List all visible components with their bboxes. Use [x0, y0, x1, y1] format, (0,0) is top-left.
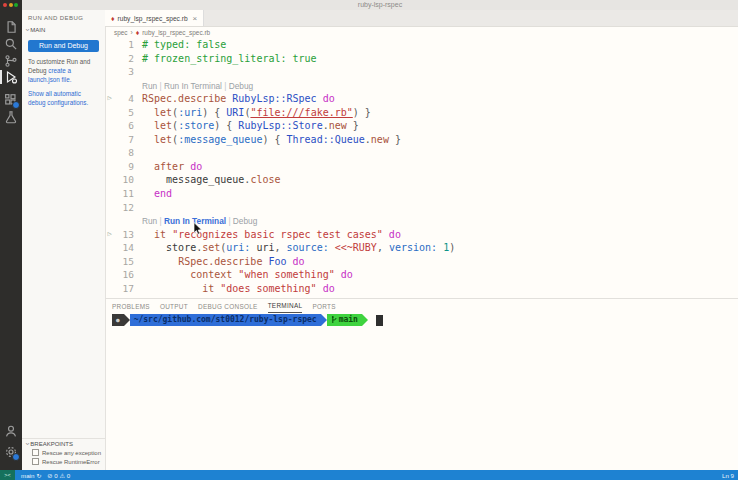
status-cursor-position[interactable]: Ln 9 [722, 472, 734, 479]
token: :store [178, 120, 214, 131]
sidebar-section-label: MAIN [30, 27, 45, 33]
code-line: 9 after do [105, 160, 738, 174]
source-control-icon[interactable] [4, 54, 18, 68]
token: RubyLsp::Store [238, 120, 322, 131]
token: ) } [353, 107, 371, 118]
code-text: it "does something" do [142, 282, 335, 296]
search-icon[interactable] [4, 37, 18, 51]
settings-icon[interactable] [4, 445, 18, 459]
breadcrumb-folder[interactable]: spec [114, 29, 128, 36]
breakpoint-item[interactable]: Rescue any exception [22, 447, 105, 456]
token [142, 161, 154, 172]
terminal-cursor[interactable] [376, 315, 383, 326]
status-problems[interactable]: ⊘ 0 ⚠ 0 [47, 472, 70, 479]
code-line: 1# typed: false [105, 38, 738, 52]
code-text: RSpec.describe RubyLsp::RSpec do [142, 92, 335, 106]
panel-tab-ports[interactable]: PORTS [312, 300, 335, 313]
gutter [105, 201, 114, 215]
run-and-debug-button[interactable]: Run and Debug [28, 40, 99, 52]
token: context [190, 269, 232, 280]
close-tab-icon[interactable]: × [193, 14, 198, 23]
run-test-gutter-icon[interactable]: ▷ [105, 228, 114, 242]
gutter [105, 160, 114, 174]
panel-tab-debug-console[interactable]: DEBUG CONSOLE [198, 300, 258, 313]
token: message_queue [142, 174, 244, 185]
code-text: RSpec.describe Foo do [142, 255, 305, 269]
powerline-arrow-icon [362, 314, 368, 326]
panel-tab-problems[interactable]: PROBLEMS [112, 300, 150, 313]
token: it [202, 283, 214, 294]
token: "recognizes basic rspec test cases" [172, 229, 383, 240]
close-window-button[interactable] [3, 3, 7, 7]
run-and-debug-icon[interactable] [4, 70, 18, 84]
sidebar-section-main[interactable]: › MAIN [22, 21, 105, 33]
codelens-debug-link[interactable]: Debug [229, 81, 253, 91]
code-editor[interactable]: 1# typed: false2# frozen_string_literal:… [105, 38, 738, 298]
token: uri: [226, 242, 250, 253]
checkbox-icon[interactable] [32, 458, 39, 465]
code-line: 2# frozen_string_literal: true [105, 52, 738, 66]
show-debug-configurations-link[interactable]: Show all automatic debug configurations. [28, 90, 88, 106]
run-test-gutter-icon[interactable]: ▷ [105, 92, 114, 106]
line-number: 8 [114, 146, 142, 160]
token: after [154, 161, 184, 172]
code-text: message_queue.close [142, 173, 281, 187]
code-line: 3 [105, 65, 738, 79]
sidebar-title: RUN AND DEBUG [22, 10, 105, 21]
gutter [105, 241, 114, 255]
token [142, 283, 202, 294]
gutter [105, 52, 114, 66]
code-line: 14 store.set(uri: uri, source: <<~RUBY, … [105, 241, 738, 255]
ruby-icon: ♦ [111, 15, 115, 22]
token: uri [250, 242, 274, 253]
badge [12, 453, 20, 461]
breakpoint-label: Rescue RuntimeError [42, 459, 100, 465]
code-line: 7 let(:message_queue) { Thread::Queue.ne… [105, 133, 738, 147]
gutter [105, 38, 114, 52]
codelens-run-in-terminal-link[interactable]: Run In Terminal [164, 81, 222, 91]
codelens-run-in-terminal-link[interactable]: Run In Terminal [164, 216, 226, 226]
tab-label: ruby_lsp_rspec_spec.rb [118, 15, 188, 22]
codelens-debug-link[interactable]: Debug [233, 216, 257, 226]
activity-bar [0, 0, 22, 470]
code-text: context "when something" do [142, 268, 353, 282]
breadcrumb-file[interactable]: ruby_lsp_rspec_spec.rb [142, 29, 210, 36]
status-remote-indicator[interactable]: >< [0, 470, 15, 480]
code-line: 11 end [105, 187, 738, 201]
checkbox-icon[interactable] [32, 449, 39, 456]
terminal-host-segment: ● [112, 314, 124, 326]
panel-tab-terminal[interactable]: TERMINAL [268, 299, 303, 313]
token: source: [287, 242, 329, 253]
maximize-window-button[interactable] [14, 3, 18, 7]
status-git-branch[interactable]: main ↻ [21, 472, 41, 479]
code-line: 10 message_queue.close [105, 173, 738, 187]
extensions-icon[interactable] [4, 93, 18, 107]
token: URI [226, 107, 244, 118]
breakpoint-item[interactable]: Rescue RuntimeError [22, 456, 105, 465]
codelens-separator: | [157, 81, 164, 91]
code-line: 5 let(:uri) { URI("file:///fake.rb") } [105, 106, 738, 120]
explorer-icon[interactable] [4, 20, 18, 34]
testing-icon[interactable] [4, 110, 18, 124]
line-number: 13 [114, 228, 142, 242]
codelens-run-link[interactable]: Run [142, 216, 157, 226]
token: ) { [262, 134, 286, 145]
terminal[interactable]: ●~/src/github.com/st0012/ruby-lsp-rspecm… [112, 314, 383, 326]
token: # frozen_string_literal: true [142, 53, 317, 64]
line-number: 17 [114, 282, 142, 296]
sidebar-run-and-debug: RUN AND DEBUG › MAIN Run and Debug To cu… [22, 10, 106, 470]
chevron-down-icon: › [24, 29, 30, 31]
token: RSpec.describe [178, 256, 262, 267]
tab-ruby-lsp-rspec-spec[interactable]: ♦ ruby_lsp_rspec_spec.rb × [105, 10, 204, 26]
line-number: 6 [114, 119, 142, 133]
panel-tab-output[interactable]: OUTPUT [160, 300, 188, 313]
token: "when something" [238, 269, 334, 280]
welcome-text-2: Show all automatic debug configurations. [28, 90, 99, 108]
codelens-run-link[interactable]: Run [142, 81, 157, 91]
terminal-directory-segment: ~/src/github.com/st0012/ruby-lsp-rspec [130, 314, 321, 326]
breakpoints-section: › BREAKPOINTS Rescue any exception Rescu… [22, 438, 105, 467]
accounts-icon[interactable] [4, 424, 18, 438]
token [142, 134, 154, 145]
editor-tab-bar: ♦ ruby_lsp_rspec_spec.rb × [105, 10, 738, 27]
minimize-window-button[interactable] [9, 3, 13, 7]
